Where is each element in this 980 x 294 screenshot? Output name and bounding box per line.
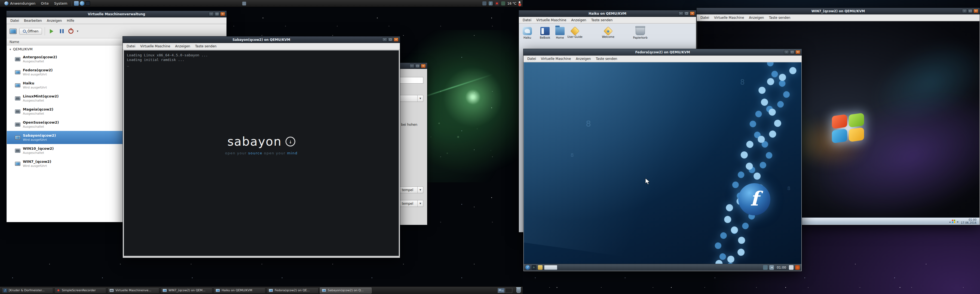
haiku-desktop-icon[interactable]: User Guide — [565, 27, 585, 38]
maximize-button[interactable] — [790, 50, 795, 54]
volume-icon[interactable] — [956, 219, 958, 224]
maximize-button[interactable] — [215, 12, 220, 16]
taskbar-button-audioplayer[interactable]: [Kruder & Dorfmeister... — [2, 288, 53, 294]
display-tray-icon[interactable] — [482, 2, 487, 5]
menu-datei[interactable]: Datei — [8, 19, 21, 23]
action-center-icon[interactable] — [952, 220, 955, 223]
menu-anzeigen[interactable]: Anzeigen — [569, 18, 588, 22]
menu-hilfe[interactable]: Hilfe — [65, 19, 76, 23]
menu-virtuelle-maschine[interactable]: Virtuelle Maschine — [138, 44, 172, 48]
places-menu[interactable]: Orte — [39, 1, 51, 6]
vmm-titlebar[interactable]: Virtuelle Maschinenverwaltung — [6, 11, 226, 17]
shutdown-icon[interactable] — [795, 265, 800, 270]
taskbar-button-fedora[interactable]: Fedora(qcow2) on QE... — [267, 288, 318, 294]
menu-taste-senden[interactable]: Taste senden — [193, 44, 219, 48]
open-icon — [23, 30, 26, 33]
tray-clock[interactable]: 01:00 17.06.2016 — [959, 218, 978, 224]
volume-icon[interactable] — [769, 265, 774, 270]
minimize-button[interactable] — [382, 38, 387, 42]
browser-launcher-icon[interactable] — [80, 1, 84, 6]
minimize-button[interactable] — [409, 64, 414, 68]
close-button[interactable] — [974, 9, 978, 13]
minimize-button[interactable] — [678, 11, 683, 16]
fedora-desktop[interactable]: 01:00 — [524, 62, 802, 271]
minimize-button[interactable] — [962, 9, 967, 13]
minimize-button[interactable] — [209, 12, 214, 16]
close-button[interactable] — [394, 38, 399, 42]
network-icon[interactable] — [763, 265, 768, 270]
maximize-button[interactable] — [968, 9, 973, 13]
workspace-1[interactable] — [498, 288, 505, 293]
pause-icon[interactable] — [58, 27, 65, 35]
panel-applet-icon[interactable] — [242, 2, 246, 5]
taskbar-button-haiku[interactable]: Haiku on QEMU/KVM — [214, 288, 266, 294]
terminal-launcher-icon[interactable] — [86, 1, 90, 6]
sabayon-window-titlebar[interactable]: Sabayon(qcow2) on QEMU/KVM — [123, 37, 400, 43]
tray-expand-icon[interactable] — [949, 219, 951, 224]
window-title: Sabayon(qcow2) on QEMU/KVM — [232, 38, 290, 42]
taskbar-button-virt-manager[interactable]: Virtuelle Maschinenve... — [108, 288, 159, 294]
file-manager-launcher-icon[interactable] — [74, 1, 79, 6]
network-tray-icon[interactable] — [501, 2, 505, 5]
menu-taste-senden[interactable]: Taste senden — [594, 57, 620, 61]
fedora-window-titlebar[interactable]: Fedora(qcow2) on QEMU/KVM — [523, 49, 802, 56]
keyboard-layout-icon[interactable] — [789, 265, 794, 270]
taskbar-button-simplescreenrecorder[interactable]: SimpleScreenRecorder — [54, 288, 106, 294]
applications-menu[interactable]: Anwendungen — [2, 1, 38, 6]
close-button[interactable] — [795, 50, 800, 54]
play-icon[interactable] — [48, 27, 55, 35]
win7-window-menubar: Datei Virtuelle Maschine Anzeigen Taste … — [697, 14, 980, 21]
win7-window-titlebar[interactable]: WIN7_(qcow2) on QEMU/KVM — [697, 8, 980, 14]
maximize-button[interactable] — [415, 64, 420, 68]
menu-anzeigen[interactable]: Anzeigen — [747, 16, 766, 20]
window-list-button[interactable] — [544, 265, 557, 270]
window-controls — [409, 64, 426, 68]
workspace-2[interactable] — [505, 288, 512, 293]
menu-virtuelle-maschine[interactable]: Virtuelle Maschine — [539, 57, 573, 61]
haiku-window-titlebar[interactable]: Haiku on QEMU/KVM — [519, 10, 696, 17]
menu-anzeigen[interactable]: Anzeigen — [574, 57, 593, 61]
menu-taste-senden[interactable]: Taste senden — [767, 16, 793, 20]
fedora-clock[interactable]: 01:00 — [776, 266, 786, 270]
fedora-menu-icon[interactable] — [525, 265, 530, 270]
maximize-button[interactable] — [388, 38, 393, 42]
open-button[interactable]: Öffnen — [19, 28, 42, 35]
top-panel: Anwendungen Orte System 16 °C — [0, 0, 523, 7]
sabayon-vm-window: Sabayon(qcow2) on QEMU/KVM Datei Virtuel… — [123, 36, 400, 258]
menu-datei[interactable]: Datei — [698, 16, 711, 20]
haiku-desktop-icon[interactable]: Haiku — [519, 27, 538, 39]
menu-datei[interactable]: Datei — [124, 44, 137, 48]
close-button[interactable] — [421, 64, 426, 68]
recorder-icon — [56, 289, 60, 292]
windows-logo — [832, 114, 865, 143]
trash-icon[interactable] — [516, 288, 521, 293]
file-manager-icon[interactable] — [538, 265, 542, 270]
expander-icon[interactable] — [10, 47, 11, 51]
haiku-desktop-icon[interactable]: Welcome — [598, 27, 618, 38]
new-vm-icon[interactable] — [10, 29, 17, 34]
screenrecorder-tray-icon[interactable] — [495, 2, 499, 5]
shutdown-icon[interactable] — [68, 29, 73, 34]
haiku-desktop-icon[interactable]: Papierkorb — [630, 27, 650, 39]
menu-anzeigen[interactable]: Anzeigen — [173, 44, 192, 48]
menu-taste-senden[interactable]: Taste senden — [589, 18, 615, 22]
close-button[interactable] — [690, 11, 695, 16]
chevron-down-icon[interactable] — [76, 29, 79, 33]
taskbar-button-sabayon[interactable]: Sabayon(qcow2) on Q... — [320, 288, 372, 294]
close-button[interactable] — [220, 12, 225, 16]
menu-bearbeiten[interactable]: Bearbeiten — [22, 19, 44, 23]
system-menu[interactable]: System — [52, 1, 69, 6]
fedora-taskbar[interactable]: 01:00 — [524, 264, 802, 271]
volume-tray-icon[interactable] — [488, 2, 493, 5]
taskbar-button-win7[interactable]: WIN7_(qcow2) on QEM... — [161, 288, 212, 294]
terminal-icon[interactable] — [531, 265, 536, 270]
menu-anzeigen[interactable]: Anzeigen — [45, 19, 64, 23]
vm-console[interactable]: Loading Linux x86_64-4.5.0-sabayon ... L… — [124, 50, 399, 256]
minimize-button[interactable] — [784, 50, 789, 54]
menu-virtuelle-maschine[interactable]: Virtuelle Maschine — [712, 16, 746, 20]
menu-datei[interactable]: Datei — [525, 57, 538, 61]
menu-virtuelle-maschine[interactable]: Virtuelle Maschine — [534, 18, 568, 22]
menu-datei[interactable]: Datei — [520, 18, 533, 22]
maximize-button[interactable] — [684, 11, 689, 16]
sabayon-tagline: open your source open your mind — [225, 151, 298, 155]
